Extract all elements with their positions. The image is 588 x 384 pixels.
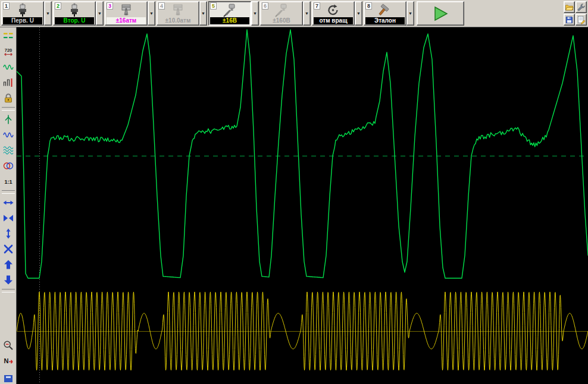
svg-text:720: 720	[4, 48, 12, 53]
separator	[2, 289, 15, 292]
channel-label: отм вращ	[314, 17, 353, 24]
next-page-icon[interactable]: N	[1, 354, 15, 368]
piston-icon	[157, 3, 199, 17]
chevron-down-icon: ▼	[408, 11, 412, 15]
rotation-marks-icon	[312, 3, 354, 17]
play-button[interactable]	[417, 1, 464, 26]
chevron-down-icon: ▼	[356, 11, 361, 15]
open-file-button[interactable]	[564, 1, 575, 13]
svg-text:N: N	[4, 357, 8, 364]
chevron-down-icon: ▼	[305, 11, 309, 15]
wrench-icon	[577, 3, 586, 12]
channel-7-button[interactable]: 7 отм вращ	[312, 1, 355, 26]
lock-icon[interactable]	[1, 91, 15, 105]
floppy-disk-icon	[565, 15, 574, 24]
channel-label: ±16В	[210, 17, 249, 24]
overlay-compare-icon[interactable]	[1, 159, 15, 173]
channel-8-dropdown[interactable]: ▼	[406, 1, 414, 26]
channel-5-dropdown[interactable]: ▼	[251, 1, 259, 26]
channel-3-dropdown[interactable]: ▼	[148, 1, 155, 26]
channel-6-dropdown[interactable]: ▼	[303, 1, 311, 26]
channel-label: ±16атм	[107, 17, 146, 24]
piston-icon	[105, 3, 147, 17]
play-icon	[430, 5, 451, 22]
separator	[2, 107, 15, 111]
sync-marker-icon[interactable]	[1, 112, 15, 127]
ignition-markers-icon[interactable]	[1, 75, 15, 90]
h-fit-icon[interactable]	[1, 211, 15, 225]
channel-4-button[interactable]: 4 ±10.0атм	[157, 1, 199, 26]
svg-text:1:1: 1:1	[4, 179, 12, 185]
separator	[2, 190, 15, 194]
scroll-down-icon[interactable]	[1, 273, 15, 287]
report-pencil-icon	[577, 15, 586, 24]
sensor-icon	[209, 3, 251, 17]
clear-icon[interactable]	[1, 242, 15, 256]
channel-5-button[interactable]: 5 ±16В	[208, 1, 251, 26]
channel-label: Перв. U	[3, 17, 42, 24]
channel-2-dropdown[interactable]: ▼	[96, 1, 104, 26]
file-button-cluster	[564, 1, 587, 26]
scroll-up-icon[interactable]	[1, 257, 15, 272]
zoom-icon[interactable]	[1, 338, 15, 352]
tool-sidebar: 7201:1N	[0, 27, 17, 384]
scale-1to1-icon[interactable]: 1:1	[1, 174, 15, 188]
chevron-down-icon: ▼	[98, 11, 102, 15]
channel-3-button[interactable]: 3 ±16атм	[105, 1, 148, 26]
spark-plug-icon	[54, 3, 95, 17]
oscilloscope-display[interactable]	[17, 27, 588, 384]
channel-1-button[interactable]: 1 Перв. U	[1, 1, 44, 26]
chevron-down-icon: ▼	[253, 11, 257, 15]
smooth-wave-icon[interactable]	[1, 128, 15, 142]
signal-wave-icon[interactable]	[1, 60, 15, 74]
spark-plug-icon	[2, 3, 43, 17]
channel-7-dropdown[interactable]: ▼	[355, 1, 362, 26]
main-toolbar: 1 Перв. U ▼ 2 Втор. U ▼ 3 ±16атм ▼	[0, 0, 588, 27]
channel-4-dropdown[interactable]: ▼	[199, 1, 207, 26]
rotation-720-icon[interactable]: 720	[1, 45, 15, 59]
channel-1-dropdown[interactable]: ▼	[44, 1, 52, 26]
channel-8-button[interactable]: 8 Эталон	[364, 1, 406, 26]
channels-preview-icon[interactable]	[1, 29, 15, 43]
settings-button[interactable]	[576, 1, 587, 13]
chevron-down-icon: ▼	[201, 11, 205, 15]
multi-wave-icon[interactable]	[1, 143, 15, 158]
chevron-down-icon: ▼	[149, 11, 154, 15]
open-folder-icon	[565, 3, 574, 12]
chevron-down-icon: ▼	[46, 11, 50, 15]
channel-2-button[interactable]: 2 Втор. U	[53, 1, 96, 26]
channel-label: ±10.0атм	[158, 17, 198, 24]
sensor-icon	[261, 3, 302, 17]
report-button[interactable]	[576, 14, 587, 26]
partial-bottom-icon[interactable]	[1, 369, 15, 383]
v-scale-icon[interactable]	[1, 226, 15, 241]
h-scale-icon[interactable]	[1, 196, 15, 210]
hammer-icon	[364, 3, 406, 17]
oscilloscope-app: { "toolbar": { "channels": [ {"number":"…	[0, 0, 588, 384]
channel-6-button[interactable]: 6 ±160В	[260, 1, 303, 26]
channel-label: Эталон	[365, 17, 405, 24]
channel-label: ±160В	[262, 17, 301, 24]
channel-label: Втор. U	[55, 17, 94, 24]
channel-buttons-row: 1 Перв. U ▼ 2 Втор. U ▼ 3 ±16атм ▼	[1, 1, 414, 26]
save-file-button[interactable]	[564, 14, 575, 26]
